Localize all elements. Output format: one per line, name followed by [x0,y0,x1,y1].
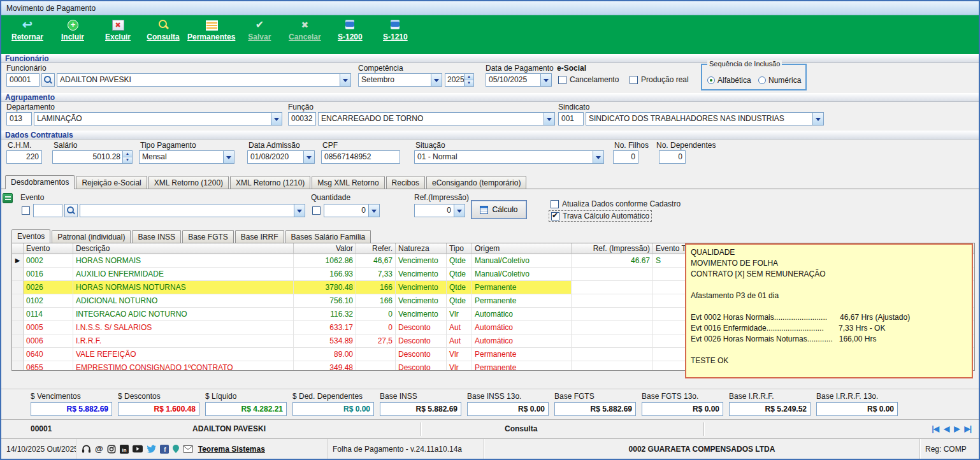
filhos-input[interactable]: 0 [613,150,638,164]
salario-stepper[interactable]: 5010.28▲▼ [52,150,133,164]
teorema-link[interactable]: Teorema Sistemas [198,445,265,454]
toolbar-button-s-1200[interactable]: S-1200 [329,18,371,41]
funcao-select[interactable]: ENCARREGADO DE TORNO [318,112,555,126]
sindicato-select[interactable]: SINDICATO DOS TRABALHADORES NAS INDUSTRI… [586,112,824,126]
ref-impressao-select[interactable]: 0 [414,204,465,217]
facebook-icon[interactable]: f [160,445,169,454]
funcionario-search-button[interactable] [41,73,55,87]
nav-next-button[interactable]: ▶ [954,424,959,433]
evento-select[interactable] [80,204,305,217]
toolbar-button-incluir[interactable]: Incluir [52,18,94,41]
chevron-down-icon[interactable] [593,151,603,163]
at-icon[interactable]: @ [95,445,103,454]
column-header-refer[interactable]: Refer. [356,243,396,254]
spinner-arrows-icon[interactable]: ▲▼ [464,74,473,86]
radio-alfabetica[interactable]: Alfabética [707,76,751,85]
youtube-icon[interactable] [133,445,143,453]
radio-alfabetica-circle [707,76,715,84]
cancelamento-checkbox[interactable]: Cancelamento [558,75,619,84]
column-header-valor[interactable]: Valor [294,243,356,254]
funcao-code-input[interactable]: 00032 [288,112,316,126]
cell-valor: 534.89 [294,334,356,348]
nav-last-button[interactable]: ▶| [964,424,971,433]
tab-xml-retorno-1200[interactable]: XML Retorno (1200) [148,176,229,189]
chevron-down-icon[interactable] [303,151,314,163]
subtab-patronal-individual[interactable]: Patronal (individual) [52,230,131,243]
subtab-base-inss[interactable]: Base INSS [132,230,181,243]
toolbar-button-permanentes[interactable]: Permanentes [187,18,235,41]
tab-desdobramentos[interactable]: Desdobramentos [5,175,75,189]
subtab-eventos[interactable]: Eventos [11,229,50,243]
chevron-down-icon[interactable] [340,74,350,86]
chevron-down-icon[interactable] [544,113,554,125]
evento-code-input[interactable] [33,204,62,217]
tipo-pagamento-label: Tipo Pagamento [140,141,196,150]
note-line [691,280,967,291]
situacao-select[interactable]: 01 - Normal [414,150,604,164]
twitter-icon[interactable] [147,445,156,453]
toolbar-button-excluir[interactable]: Excluir [97,18,139,41]
mail-icon[interactable] [183,445,193,453]
chevron-down-icon[interactable] [294,205,305,217]
tab-msg-xml-retorno[interactable]: Msg XML Retorno [312,176,384,189]
chevron-down-icon[interactable] [431,74,442,86]
spinner-arrows-icon[interactable]: ▲▼ [122,151,132,163]
tab-recibos[interactable]: Recibos [386,176,425,189]
chevron-down-icon[interactable] [812,113,823,125]
main-tabs: DesdobramentosRejeição e-SocialXML Retor… [1,173,979,189]
nav-first-button[interactable]: |◀ [932,424,939,433]
funcionario-code-input[interactable]: 00001 [6,73,40,87]
sindicato-code-input[interactable]: 001 [558,112,584,126]
column-header-descricao[interactable]: Descrição [73,243,294,254]
radio-numerica[interactable]: Numérica [758,76,801,85]
subtab-base-irrf[interactable]: Base IRRF [235,230,284,243]
column-header-origem[interactable]: Origem [472,243,572,254]
column-header-natureza[interactable]: Natureza [396,243,447,254]
nav-prev-button[interactable]: ◀ [944,424,949,433]
totals-values: R$ 5.882.69R$ 1.600.48R$ 4.282.21R$ 0.00… [31,402,979,416]
chevron-down-icon[interactable] [223,151,234,163]
linkedin-icon[interactable]: in [120,445,129,454]
toolbar-button-retornar[interactable]: Retornar [6,18,48,41]
evento-checkbox[interactable] [22,206,30,215]
evento-search-button[interactable] [64,204,78,217]
subtab-base-fgts[interactable]: Base FGTS [182,230,234,243]
cpf-input[interactable]: 08567148952 [321,150,400,164]
filter-icon[interactable] [3,193,13,203]
competencia-month-select[interactable]: Setembro [358,73,442,87]
chevron-down-icon[interactable] [368,205,379,217]
departamento-select[interactable]: LAMINAÇÃO [34,112,282,126]
quantidade-select[interactable]: 0 [324,204,380,217]
cell-valor: 116.32 [294,308,356,321]
tab-econsigando-temporario[interactable]: eConsigando (temporário) [426,176,526,189]
toolbar-button-s-1210[interactable]: S-1210 [374,18,416,41]
quantidade-checkbox[interactable] [312,206,321,215]
search-icon [155,18,171,31]
pin-icon[interactable] [173,445,179,453]
column-header-evento[interactable]: Evento [24,243,73,254]
chevron-down-icon[interactable] [454,205,465,217]
chevron-down-icon[interactable] [271,113,282,125]
trava-calculo-checkbox[interactable]: Trava Cálculo Automático [549,211,651,221]
column-header-ref-impressao[interactable]: Ref. (Impressão) [572,243,653,254]
headphones-icon[interactable] [82,444,91,454]
tipo-pagamento-select[interactable]: Mensal [139,150,234,164]
data-pagamento-select[interactable]: 05/10/2025 [486,73,552,87]
producao-real-checkbox[interactable]: Produção real [630,75,689,84]
toolbar-button-cancelar: Cancelar [284,18,326,41]
data-admissao-select[interactable]: 01/08/2020 [247,150,315,164]
calculo-button[interactable]: Cálculo [471,200,527,219]
subtab-bases-salario-familia[interactable]: Bases Salário Família [285,230,371,243]
atualiza-dados-checkbox[interactable]: Atualiza Dados conforme Cadastro [551,199,681,208]
dependentes-input[interactable]: 0 [659,150,686,164]
tab-xml-retorno-1210[interactable]: XML Retorno (1210) [230,176,310,189]
tab-rejeicao-e-social[interactable]: Rejeição e-Social [76,176,147,189]
chm-input[interactable]: 220 [6,150,42,164]
toolbar-button-consulta[interactable]: Consulta [142,18,184,41]
funcionario-name-select[interactable]: ADAILTON PAVESKI [57,73,351,87]
chevron-down-icon[interactable] [540,74,551,86]
departamento-code-input[interactable]: 013 [6,112,32,126]
competencia-year-stepper[interactable]: 2025▲▼ [445,73,474,87]
instagram-icon[interactable] [107,445,116,454]
column-header-tipo[interactable]: Tipo [447,243,472,254]
